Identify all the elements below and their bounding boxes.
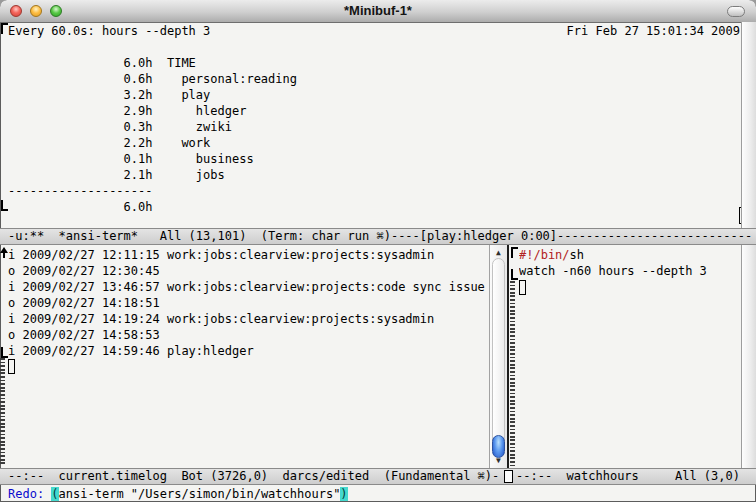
report-line: 3.2h play xyxy=(8,87,297,103)
report-line: -------------------- xyxy=(8,183,297,199)
report-line: 2.9h hledger xyxy=(8,103,297,119)
minibuffer-command: ansi-term "/Users/simon/bin/watchhours" xyxy=(59,487,341,501)
report-line: 6.0h TIME xyxy=(8,55,297,71)
modeline-row[interactable]: --:-- current.timelog Bot (3726,0) darcs… xyxy=(0,468,756,485)
cursor-hollow xyxy=(519,280,526,295)
scroll-track[interactable] xyxy=(492,258,505,455)
modeline-current-timelog: --:-- current.timelog Bot (3726,0) darcs… xyxy=(8,469,500,484)
minibuffer[interactable]: Redo: (ansi-term "/Users/simon/bin/watch… xyxy=(8,486,756,502)
report-line: 0.6h personal:reading xyxy=(8,71,297,87)
open-paren-highlight: ( xyxy=(51,487,58,501)
buffer-top-angle-icon xyxy=(511,247,518,258)
report-line: 2.1h jobs xyxy=(8,167,297,183)
shebang-comment: #!/bin/ xyxy=(519,248,570,262)
timelog-scrollbar[interactable]: ▲ ▼ xyxy=(489,245,507,468)
cursor-hollow xyxy=(8,359,15,374)
watch-command-text: Every 60.0s: hours --depth 3 xyxy=(8,23,210,39)
buffer-bottom-angle-icon xyxy=(511,269,518,280)
report-line: 0.3h zwiki xyxy=(8,119,297,135)
modeline-text: -u:** *ansi-term* All (13,101) (Term: ch… xyxy=(0,229,756,244)
hours-report: 6.0h TIME 0.6h personal:reading 3.2h pla… xyxy=(8,55,297,215)
window-title: *Minibuf-1* xyxy=(0,3,756,18)
buffer-continues-above-icon xyxy=(0,247,8,258)
modeline-junction-box xyxy=(504,470,513,483)
watch-timestamp: Fri Feb 27 15:01:34 2009 xyxy=(567,23,740,39)
timelog-line: o 2009/02/27 14:18:51 xyxy=(8,295,488,311)
close-paren-highlight: ) xyxy=(340,487,347,501)
scroll-down-icon[interactable]: ▼ xyxy=(490,454,507,467)
report-line: 6.0h xyxy=(8,199,297,215)
empty-lines-stipple xyxy=(510,281,515,466)
minibuffer-prompt: Redo: xyxy=(8,487,51,501)
modeline-watchhours: --:-- watchhours All (3,0) xyxy=(516,469,756,484)
timelog-line: i 2009/02/27 14:59:46 play:hledger xyxy=(8,343,488,359)
titlebar[interactable]: *Minibuf-1* xyxy=(0,0,756,23)
buffer-bottom-angle-icon xyxy=(1,200,8,211)
empty-lines-stipple xyxy=(0,358,5,466)
window-divider xyxy=(507,245,509,468)
toolbar-toggle-button[interactable] xyxy=(727,6,745,17)
report-line: 0.1h business xyxy=(8,151,297,167)
timelog-line: i 2009/02/27 14:19:24 work:jobs:clearvie… xyxy=(8,311,488,327)
timelog-line: o 2009/02/27 12:30:45 xyxy=(8,263,488,279)
emacs-window: *Minibuf-1* Every 60.0s: hours --depth 3… xyxy=(0,0,756,502)
code-line: watch -n60 hours --depth 3 xyxy=(519,263,739,279)
shebang-interpreter: sh xyxy=(570,248,584,262)
term-scrollbar[interactable] xyxy=(741,22,756,228)
buffer-top-angle-icon xyxy=(1,23,8,34)
timelog-line: o 2009/02/27 14:58:53 xyxy=(8,327,488,343)
scroll-up-icon[interactable]: ▲ xyxy=(490,246,507,259)
modeline-ansi-term[interactable]: -u:** *ansi-term* All (13,101) (Term: ch… xyxy=(0,228,756,245)
script-scrollbar[interactable] xyxy=(741,245,756,468)
timelog-line: i 2009/02/27 13:46:57 work:jobs:clearvie… xyxy=(8,279,488,295)
shebang-line: #!/bin/sh xyxy=(519,247,739,263)
timelog-line: i 2009/02/27 12:11:15 work:jobs:clearvie… xyxy=(8,247,488,263)
report-line: 2.2h work xyxy=(8,135,297,151)
buffer-bottom-angle-icon xyxy=(1,347,8,358)
